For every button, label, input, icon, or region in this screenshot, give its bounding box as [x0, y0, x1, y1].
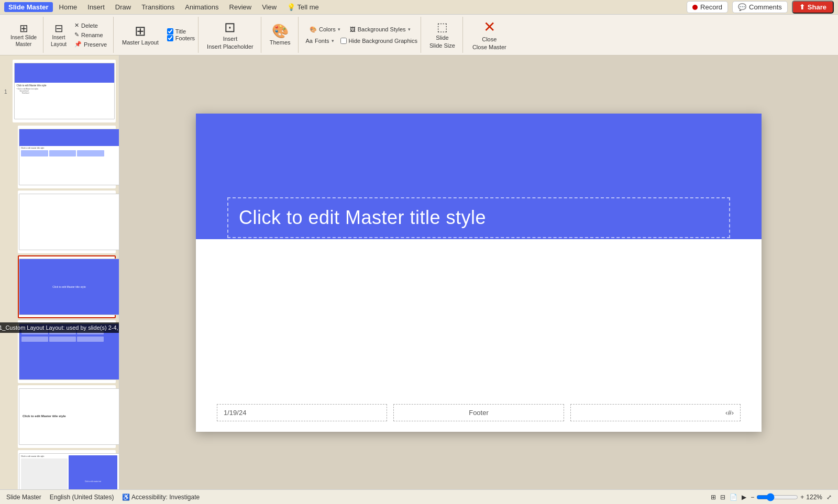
zoom-slider[interactable] [756, 493, 798, 501]
colors-icon: 🎨 [310, 26, 317, 33]
record-dot-icon [692, 5, 698, 10]
close-master-icon: ✕ [483, 20, 495, 35]
zoom-in-icon[interactable]: + [800, 494, 804, 501]
slide-thumb-2[interactable]: Click to edit master title style [18, 126, 116, 188]
edit-master-controls: ⊟ Insert Layout ✕ Delete ✎ Rename 📌 Pres… [45, 17, 114, 53]
thumb-inner-4: Click to edit Master title style [19, 259, 119, 315]
slide-thumb-4[interactable]: Click to edit Master title style 1_Custo… [18, 255, 116, 318]
thumb-inner-3 [19, 194, 119, 250]
thumb-content-1: Click to edit Master title style • Click… [15, 83, 114, 96]
master-layout-group: ⊞ Master Layout Title Footers [115, 17, 199, 53]
delete-icon: ✕ [74, 22, 79, 29]
menu-animations[interactable]: Animations [181, 2, 223, 12]
preserve-icon: 📌 [74, 41, 82, 48]
title-placeholder-text: Click to edit Master title style [239, 207, 486, 228]
menu-insert[interactable]: Insert [83, 2, 109, 12]
menu-view[interactable]: View [258, 2, 281, 12]
customize-group: 🎨 Colors ▾ 🖼 Background Styles ▾ Aa Font… [300, 17, 421, 53]
status-left: Slide Master English (United States) ♿ A… [6, 494, 200, 501]
menu-draw[interactable]: Draw [111, 2, 135, 12]
footer-text: Footer [469, 409, 489, 417]
slide-thumb-1[interactable]: Click to edit Master title style • Click… [13, 60, 116, 122]
insert-placeholder-button[interactable]: ⊡ Insert Insert Placeholder [203, 18, 258, 52]
insert-placeholder-group: ⊡ Insert Insert Placeholder [200, 17, 261, 53]
zoom-out-icon[interactable]: − [751, 494, 754, 501]
footer-text-box[interactable]: Footer [393, 404, 564, 421]
footer-area: 1/19/24 Footer ‹#› [217, 404, 741, 421]
menu-bar: Slide Master Home Insert Draw Transition… [0, 0, 838, 15]
normal-view-icon[interactable]: ⊞ [711, 494, 716, 501]
colors-button[interactable]: 🎨 Colors ▾ [306, 25, 344, 34]
record-button[interactable]: Record [687, 1, 728, 13]
footer-number-box[interactable]: ‹#› [570, 404, 741, 421]
slide-thumb-7[interactable]: Click to edit master title style Click t… [18, 450, 116, 489]
status-right: ⊞ ⊟ 📄 ▶ − + 122% ⤢ [711, 493, 832, 501]
bg-styles-chevron: ▾ [408, 27, 411, 32]
footer-date-box[interactable]: 1/19/24 [217, 404, 387, 421]
slide-size-button[interactable]: ⬚ Slide Slide Size [425, 19, 459, 51]
tell-me-icon[interactable]: 💡 Tell me [283, 2, 323, 12]
preserve-button[interactable]: 📌 Preserve [71, 40, 110, 49]
title-checkbox-row[interactable]: Title [167, 28, 195, 35]
hide-bg-graphics-row[interactable]: Hide Background Graphics [340, 38, 417, 44]
ribbon: ⊞ Insert Slide Master ⊟ Insert Layout ✕ … [0, 15, 838, 55]
share-button[interactable]: ⬆ Share [792, 1, 834, 14]
fonts-button[interactable]: Aa Fonts ▾ [303, 37, 337, 45]
footers-checkbox-row[interactable]: Footers [167, 35, 195, 41]
thumb-inner-2: Click to edit master title style [19, 129, 119, 185]
thumb-inner-7: Click to edit master title style Click t… [19, 453, 119, 489]
colors-chevron: ▾ [338, 27, 340, 32]
slide-panel: 1 Click to edit Master title style • Cli… [0, 55, 119, 489]
hide-bg-graphics-checkbox[interactable] [340, 38, 347, 44]
canvas-area: Click to edit Master title style 1/19/24… [119, 55, 838, 489]
insert-slide-master-icon: ⊞ [19, 23, 28, 33]
insert-layout-icon: ⊟ [54, 23, 63, 33]
close-master-group: ✕ Close Close Master [464, 17, 515, 53]
status-bar: Slide Master English (United States) ♿ A… [0, 489, 838, 504]
edit-master-group: ⊞ Insert Slide Master [4, 17, 43, 53]
slide-thumb-3[interactable] [18, 191, 116, 253]
status-accessibility[interactable]: ♿ Accessibility: Investigate [122, 494, 200, 501]
footer-date-text: 1/19/24 [224, 409, 246, 417]
zoom-percent[interactable]: 122% [806, 494, 822, 501]
thumb-inner-5: Click to edit master title style [19, 323, 119, 380]
slide-thumb-5[interactable]: Click to edit master title style [18, 320, 116, 383]
close-master-button[interactable]: ✕ Close Close Master [467, 18, 512, 52]
themes-group: 🎨 Themes [262, 17, 299, 53]
footer-number-text: ‹#› [725, 409, 734, 417]
insert-layout-button[interactable]: ⊟ Insert Layout [48, 21, 70, 49]
menu-review[interactable]: Review [225, 2, 256, 12]
rename-button[interactable]: ✎ Rename [71, 30, 110, 39]
menu-home[interactable]: Home [55, 2, 82, 12]
edit-actions-group: ✕ Delete ✎ Rename 📌 Preserve [71, 21, 110, 49]
fonts-icon: Aa [306, 38, 313, 44]
insert-slide-master-button[interactable]: ⊞ Insert Slide Master [7, 21, 40, 49]
slide-number-1: 1 [4, 89, 7, 95]
slide-thumb-6[interactable]: Click to edit Master title style [18, 385, 116, 448]
title-placeholder[interactable]: Click to edit Master title style [227, 197, 730, 238]
themes-button[interactable]: 🎨 Themes [266, 22, 295, 48]
slide-show-icon[interactable]: ▶ [742, 494, 746, 501]
rename-icon: ✎ [74, 31, 79, 38]
zoom-control: − + 122% [751, 493, 822, 501]
status-language: English (United States) [50, 494, 114, 501]
reading-view-icon[interactable]: 📄 [730, 494, 737, 501]
status-view-name: Slide Master [6, 494, 41, 501]
master-layout-button[interactable]: ⊞ Master Layout [118, 22, 163, 48]
content-area [196, 239, 762, 390]
menu-transitions[interactable]: Transitions [137, 2, 179, 12]
footers-checkbox[interactable] [167, 35, 173, 41]
title-checkbox[interactable] [167, 28, 173, 35]
thumb-full-blue-4: Click to edit Master title style [19, 259, 119, 315]
comments-button[interactable]: 💬 Comments [732, 1, 788, 13]
slide-canvas[interactable]: Click to edit Master title style 1/19/24… [196, 114, 762, 432]
thumb-inner-1: Click to edit Master title style • Click… [14, 63, 115, 119]
fit-to-window-icon[interactable]: ⤢ [826, 494, 832, 501]
thumb-blue-bar-1 [15, 63, 114, 83]
background-styles-button[interactable]: 🖼 Background Styles ▾ [347, 25, 414, 33]
slide-sorter-icon[interactable]: ⊟ [720, 494, 725, 501]
menu-slide-master[interactable]: Slide Master [4, 2, 53, 12]
slide-size-icon: ⬚ [437, 21, 448, 33]
share-icon: ⬆ [799, 3, 805, 11]
delete-button[interactable]: ✕ Delete [71, 21, 110, 30]
